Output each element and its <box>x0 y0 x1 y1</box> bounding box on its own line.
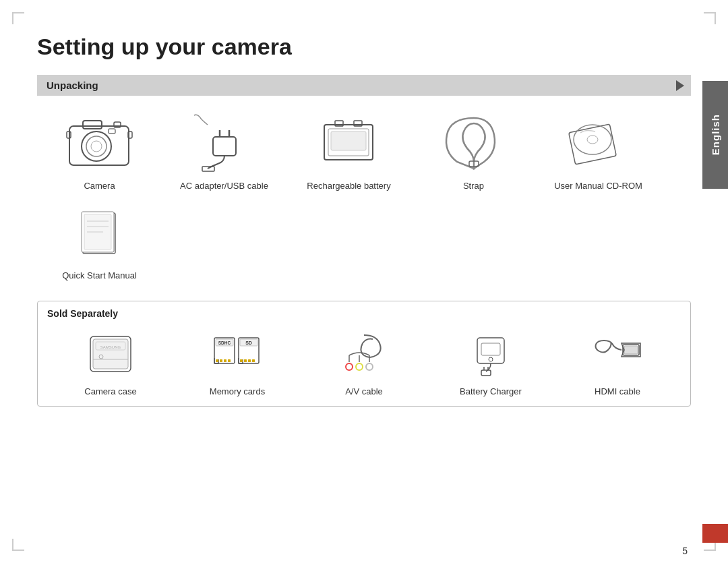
sold-camera-case-label: Camera case <box>84 386 136 396</box>
item-battery-label: Rechargeable battery <box>307 181 390 191</box>
svg-rect-15 <box>331 131 366 150</box>
item-manual: Quick Start Manual <box>37 198 162 280</box>
svg-point-50 <box>366 363 373 370</box>
corner-mark-tr <box>704 12 716 24</box>
svg-rect-37 <box>216 359 218 362</box>
svg-rect-61 <box>624 346 638 354</box>
memory-cards-icon: SDHC SD <box>204 327 271 381</box>
svg-rect-44 <box>240 359 243 362</box>
item-battery: Rechargeable battery <box>286 108 411 191</box>
svg-rect-40 <box>228 359 231 362</box>
corner-mark-bl <box>12 539 24 551</box>
svg-rect-47 <box>252 359 255 362</box>
svg-rect-55 <box>481 343 500 355</box>
sold-item-memory-cards: SDHC SD <box>190 327 284 396</box>
svg-rect-9 <box>213 137 236 156</box>
item-strap-label: Strap <box>463 181 484 191</box>
unpacking-title: Unpacking <box>47 80 98 91</box>
svg-point-2 <box>86 136 107 156</box>
sold-items-grid: SAMSUNG Camera case SDHC <box>47 327 681 396</box>
unpacking-items-grid: Camera AC adap <box>37 108 691 287</box>
sold-item-battery-charger: Battery Charger <box>444 327 538 396</box>
svg-rect-39 <box>224 359 226 362</box>
item-ac-adapter: AC adapter/USB cable <box>162 108 286 191</box>
svg-rect-29 <box>93 339 128 369</box>
svg-text:SDHC: SDHC <box>218 340 231 345</box>
ac-adapter-icon <box>184 108 265 175</box>
item-camera-label: Camera <box>84 181 115 191</box>
item-ac-adapter-label: AC adapter/USB cable <box>180 181 268 191</box>
svg-rect-19 <box>568 124 616 165</box>
section-arrow-icon <box>676 80 684 91</box>
page-bar <box>702 524 728 543</box>
hdmi-cable-icon <box>584 327 651 381</box>
sold-item-camera-case: SAMSUNG Camera case <box>63 327 158 396</box>
item-cd-rom: User Manual CD-ROM <box>536 108 661 191</box>
camera-icon <box>59 108 140 175</box>
svg-point-20 <box>574 125 611 154</box>
item-strap: Strap <box>411 108 536 191</box>
page-title: Setting up your camera <box>37 34 691 60</box>
item-camera: Camera <box>37 108 162 191</box>
svg-point-3 <box>91 141 102 152</box>
svg-point-48 <box>346 363 353 370</box>
svg-rect-38 <box>220 359 222 362</box>
corner-mark-tl <box>12 12 24 24</box>
svg-rect-5 <box>109 129 115 134</box>
av-cable-icon <box>330 327 398 381</box>
sold-separately-title: Sold Separately <box>47 308 681 319</box>
strap-icon <box>433 108 514 175</box>
camera-case-icon: SAMSUNG <box>77 327 144 381</box>
sold-hdmi-cable-label: HDMI cable <box>595 386 640 396</box>
main-content: Setting up your camera Unpacking <box>37 27 691 536</box>
sold-item-av-cable: A/V cable <box>317 327 411 396</box>
sold-separately-section: Sold Separately SAMSUNG <box>37 301 691 407</box>
sold-item-hdmi-cable: HDMI cable <box>570 327 665 396</box>
manual-icon <box>59 198 140 265</box>
item-manual-label: Quick Start Manual <box>62 270 137 280</box>
battery-charger-icon <box>457 327 524 381</box>
svg-rect-45 <box>244 359 247 362</box>
sold-av-cable-label: A/V cable <box>345 386 383 396</box>
svg-rect-46 <box>248 359 251 362</box>
cd-rom-icon <box>558 108 639 175</box>
language-tab: English <box>702 81 728 189</box>
sold-memory-cards-label: Memory cards <box>210 386 265 396</box>
svg-point-56 <box>489 357 493 361</box>
page-number: 5 <box>682 545 688 556</box>
svg-rect-4 <box>83 121 102 129</box>
unpacking-header: Unpacking <box>37 75 691 96</box>
sold-battery-charger-label: Battery Charger <box>460 386 522 396</box>
svg-point-49 <box>356 363 363 370</box>
svg-text:SAMSUNG: SAMSUNG <box>100 345 121 349</box>
battery-icon <box>309 108 390 175</box>
svg-point-21 <box>587 136 598 144</box>
language-tab-label: English <box>710 114 721 155</box>
item-cd-rom-label: User Manual CD-ROM <box>554 181 642 191</box>
svg-text:SD: SD <box>245 340 252 345</box>
